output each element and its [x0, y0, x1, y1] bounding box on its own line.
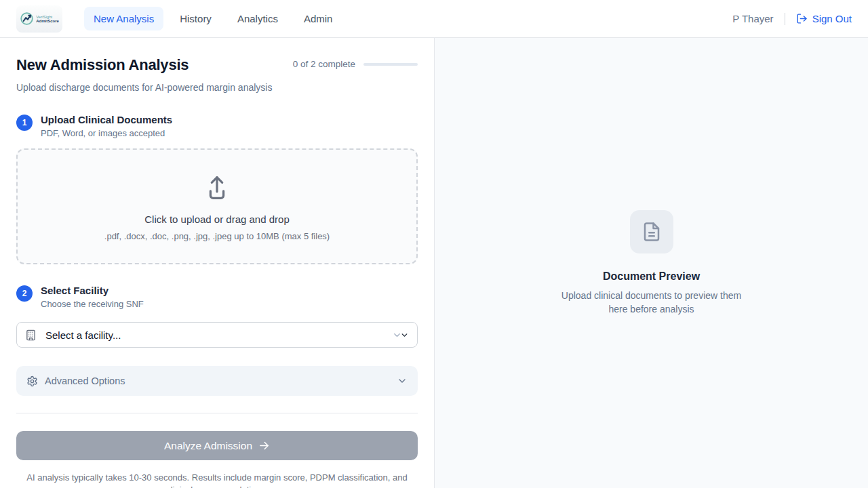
step-2-subtitle: Choose the receiving SNF — [41, 299, 144, 309]
nav-tab-analytics[interactable]: Analytics — [228, 7, 288, 30]
brand-name: VeriSight AdmitScore — [36, 15, 59, 23]
step-1-subtitle: PDF, Word, or images accepted — [41, 128, 172, 138]
step-2-title: Select Facility — [41, 285, 144, 296]
title-row: New Admission Analysis 0 of 2 complete — [16, 54, 418, 74]
nav-tab-admin[interactable]: Admin — [294, 7, 342, 30]
page-subtitle: Upload discharge documents for AI-powere… — [16, 82, 418, 93]
progress-label: 0 of 2 complete — [293, 59, 355, 69]
chevron-down-icon — [397, 375, 408, 386]
step-1-badge: 1 — [16, 115, 33, 131]
sign-out-button[interactable]: Sign Out — [796, 13, 852, 24]
step-1-header: 1 Upload Clinical Documents PDF, Word, o… — [16, 114, 418, 138]
app-header: VeriSight AdmitScore New Analysis Histor… — [0, 0, 868, 38]
dropzone-primary-text: Click to upload or drag and drop — [144, 214, 289, 225]
analyze-button-label: Analyze Admission — [164, 440, 252, 452]
analysis-form-panel: New Admission Analysis 0 of 2 complete U… — [0, 38, 434, 488]
preview-title: Document Preview — [553, 270, 751, 283]
upload-icon — [201, 172, 233, 203]
preview-subtitle: Upload clinical documents to preview the… — [553, 289, 751, 317]
document-icon — [642, 222, 662, 242]
brand-logo-icon — [20, 12, 34, 26]
advanced-options-label: Advanced Options — [45, 375, 125, 386]
step-1-text: Upload Clinical Documents PDF, Word, or … — [41, 114, 172, 138]
facility-select-value: Select a facility... — [45, 329, 383, 341]
building-icon — [25, 329, 37, 341]
brand-logo: VeriSight AdmitScore — [16, 5, 62, 33]
analyze-admission-button[interactable]: Analyze Admission — [16, 431, 418, 460]
sign-out-label: Sign Out — [812, 13, 852, 24]
main-nav: New Analysis History Analytics Admin — [84, 7, 342, 30]
page-title: New Admission Analysis — [16, 56, 189, 74]
upload-dropzone[interactable]: Click to upload or drag and drop .pdf, .… — [16, 148, 418, 264]
dropzone-secondary-text: .pdf, .docx, .doc, .png, .jpg, .jpeg up … — [104, 231, 330, 241]
logout-icon — [796, 13, 808, 24]
step-1-title: Upload Clinical Documents — [41, 114, 172, 125]
step-2-text: Select Facility Choose the receiving SNF — [41, 285, 144, 309]
section-divider — [16, 413, 418, 413]
analysis-footnote: AI analysis typically takes 10-30 second… — [16, 472, 418, 488]
progress-bar — [363, 63, 418, 66]
progress-group: 0 of 2 complete — [293, 59, 418, 69]
step-2-header: 2 Select Facility Choose the receiving S… — [16, 285, 418, 309]
nav-tab-history[interactable]: History — [170, 7, 221, 30]
select-chevrons — [392, 330, 409, 340]
advanced-options-toggle[interactable]: Advanced Options — [16, 366, 418, 396]
facility-select[interactable]: Select a facility... — [16, 322, 418, 348]
nav-tab-new-analysis[interactable]: New Analysis — [84, 7, 163, 30]
gear-icon — [26, 375, 38, 387]
step-2-badge: 2 — [16, 285, 33, 302]
arrow-right-icon — [258, 440, 270, 451]
chevron-down-icon — [400, 331, 409, 340]
document-preview-panel: Document Preview Upload clinical documen… — [434, 38, 868, 488]
main-content: New Admission Analysis 0 of 2 complete U… — [0, 38, 868, 488]
header-right: P Thayer Sign Out — [732, 13, 852, 25]
user-name: P Thayer — [732, 13, 773, 24]
brand-name-bold: AdmitScore — [36, 19, 59, 23]
preview-empty-state: Document Preview Upload clinical documen… — [553, 210, 751, 317]
header-divider — [785, 13, 785, 25]
preview-icon-box — [630, 210, 673, 253]
